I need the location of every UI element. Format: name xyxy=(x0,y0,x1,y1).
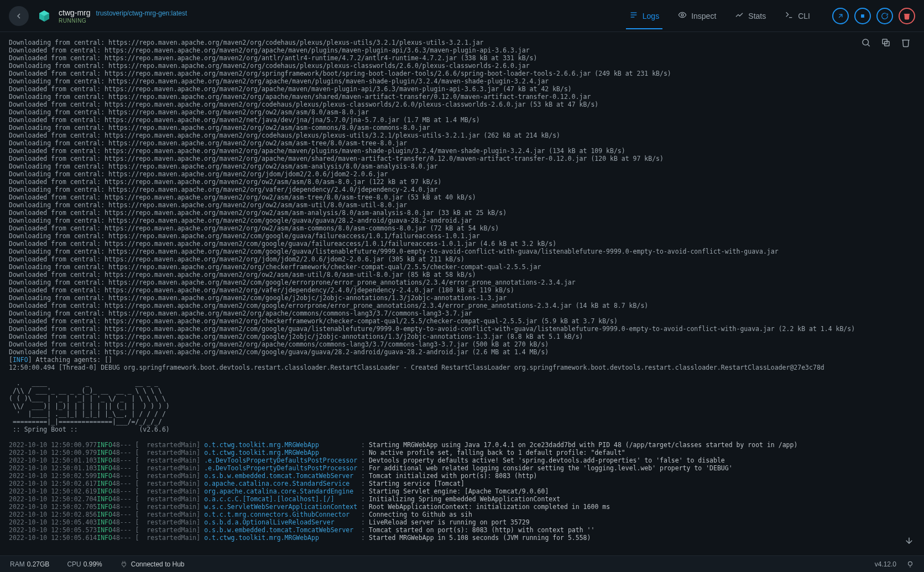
log-line: Downloading from central: https://repo.m… xyxy=(9,217,915,224)
banner-line: ( ( )\___ | '_ | '_| | '_ \/ _` | \ \ \ … xyxy=(9,395,915,402)
log-line: Downloading from central: https://repo.m… xyxy=(9,77,915,85)
cli-icon xyxy=(785,11,794,21)
title-block: ctwg-mrg trustoverip/ctwg-mrg-gen:latest… xyxy=(59,8,187,24)
banner-line: /\\ / ___'_ __ _ _(_)_ __ __ _ \ \ \ \ xyxy=(9,387,915,395)
log-line: Downloaded from central: https://repo.ma… xyxy=(9,46,915,54)
header-bar: ctwg-mrg trustoverip/ctwg-mrg-gen:latest… xyxy=(0,0,924,32)
log-line: 2022-10-10 12:50:02.704 INFO 48 --- [ re… xyxy=(9,495,915,503)
log-line: Downloaded from central: https://repo.ma… xyxy=(9,325,915,333)
hub-status[interactable]: Connected to Hub xyxy=(120,560,185,568)
chevron-left-icon xyxy=(14,12,23,20)
lightbulb-icon[interactable] xyxy=(906,560,914,568)
banner-line: . ____ _ __ _ _ xyxy=(9,379,915,387)
log-line xyxy=(9,371,915,379)
log-line: Downloaded from central: https://repo.ma… xyxy=(9,193,915,201)
log-line: Downloaded from central: https://repo.ma… xyxy=(9,255,915,263)
search-button[interactable] xyxy=(861,38,871,50)
banner-line: =========|_|==============|___/=/_/_/_/ xyxy=(9,418,915,426)
log-line: Downloaded from central: https://repo.ma… xyxy=(9,70,915,77)
log-line xyxy=(9,433,915,441)
log-viewer[interactable]: Downloading from central: https://repo.m… xyxy=(0,32,924,555)
restart-button[interactable] xyxy=(876,8,893,24)
circle-actions xyxy=(832,8,915,24)
tab-cli[interactable]: CLI xyxy=(776,3,819,29)
log-line: Downloaded from central: https://repo.ma… xyxy=(9,333,915,340)
inspect-icon xyxy=(678,11,687,21)
log-line: Downloading from central: https://repo.m… xyxy=(9,279,915,286)
tab-label: Logs xyxy=(643,12,659,20)
log-line: Downloading from central: https://repo.m… xyxy=(9,263,915,271)
log-line: Downloaded from central: https://repo.ma… xyxy=(9,85,915,93)
banner-line: ' |____| .__|_| |_|_| |_\__, | / / / / xyxy=(9,410,915,418)
log-line: Downloaded from central: https://repo.ma… xyxy=(9,317,915,325)
log-line: 2022-10-10 12:50:02.617 INFO 48 --- [ re… xyxy=(9,480,915,487)
log-line: Downloading from central: https://repo.m… xyxy=(9,232,915,240)
container-status: RUNNING xyxy=(59,18,187,24)
banner-line: :: Spring Boot :: (v2.6.6) xyxy=(9,426,915,433)
log-line: 2022-10-10 12:50:01.103 INFO 48 --- [ re… xyxy=(9,456,915,464)
log-line: Downloaded from central: https://repo.ma… xyxy=(9,178,915,186)
scroll-to-bottom-button[interactable] xyxy=(904,536,914,548)
log-line: Downloading from central: https://repo.m… xyxy=(9,248,915,255)
log-line: Downloading from central: https://repo.m… xyxy=(9,39,915,46)
log-line: Downloaded from central: https://repo.ma… xyxy=(9,302,915,309)
log-line: Downloaded from central: https://repo.ma… xyxy=(9,340,915,348)
tab-logs[interactable]: Logs xyxy=(620,3,668,29)
log-line: Downloaded from central: https://repo.ma… xyxy=(9,116,915,124)
open-browser-button[interactable] xyxy=(832,8,849,24)
log-line: 2022-10-10 12:50:02.705 INFO 48 --- [ re… xyxy=(9,503,915,511)
back-button[interactable] xyxy=(9,6,29,26)
tab-stats[interactable]: Stats xyxy=(726,3,775,29)
footer-bar: RAM0.27GB CPU0.99% Connected to Hub v4.1… xyxy=(0,555,924,572)
log-line: 2022-10-10 12:50:05.573 INFO 48 --- [ re… xyxy=(9,526,915,534)
log-line: 2022-10-10 12:50:02.619 INFO 48 --- [ re… xyxy=(9,487,915,495)
log-line: Downloading from central: https://repo.m… xyxy=(9,93,915,101)
log-line: Downloading from central: https://repo.m… xyxy=(9,309,915,317)
svg-point-9 xyxy=(863,39,869,45)
version-label: v4.12.0 xyxy=(875,560,896,568)
container-image[interactable]: trustoverip/ctwg-mrg-gen:latest xyxy=(96,9,187,17)
svg-point-6 xyxy=(681,14,683,16)
log-line: 2022-10-10 12:50:00.977 INFO 48 --- [ re… xyxy=(9,441,915,449)
log-line: 12:50:00.494 [Thread-0] DEBUG org.spring… xyxy=(9,364,915,371)
log-line: Downloading from central: https://repo.m… xyxy=(9,201,915,209)
log-line: Downloaded from central: https://repo.ma… xyxy=(9,132,915,139)
tab-label: Inspect xyxy=(691,12,716,20)
log-line: 2022-10-10 12:50:05.614 INFO 48 --- [ re… xyxy=(9,534,915,542)
container-icon xyxy=(36,8,52,24)
delete-button[interactable] xyxy=(899,8,915,24)
log-line: Downloading from central: https://repo.m… xyxy=(9,62,915,70)
log-line: 2022-10-10 12:50:02.599 INFO 48 --- [ re… xyxy=(9,472,915,480)
log-line: Downloading from central: https://repo.m… xyxy=(9,124,915,132)
log-line: [INFO] Attaching agents: [] xyxy=(9,356,915,364)
log-line: Downloaded from central: https://repo.ma… xyxy=(9,101,915,108)
logs-icon xyxy=(629,11,638,21)
log-line: Downloading from central: https://repo.m… xyxy=(9,108,915,116)
ram-usage: RAM0.27GB xyxy=(10,560,49,568)
log-toolbar xyxy=(861,38,911,50)
clear-button[interactable] xyxy=(901,38,911,50)
search-icon xyxy=(861,38,871,48)
tab-label: CLI xyxy=(798,12,810,20)
svg-rect-8 xyxy=(861,14,864,18)
log-line: 2022-10-10 12:50:02.856 INFO 48 --- [ re… xyxy=(9,511,915,518)
log-line: Downloaded from central: https://repo.ma… xyxy=(9,286,915,294)
log-line: Downloaded from central: https://repo.ma… xyxy=(9,209,915,217)
log-line: 2022-10-10 12:50:01.103 INFO 48 --- [ re… xyxy=(9,464,915,472)
stop-button[interactable] xyxy=(854,8,871,24)
copy-button[interactable] xyxy=(881,38,891,50)
log-line: 2022-10-10 12:50:00.979 INFO 48 --- [ re… xyxy=(9,449,915,456)
log-line: Downloaded from central: https://repo.ma… xyxy=(9,271,915,279)
log-line: Downloading from central: https://repo.m… xyxy=(9,170,915,178)
trash-icon xyxy=(901,38,911,48)
banner-line: \\/ ___)| |_)| | | | | || (_| | ) ) ) ) xyxy=(9,402,915,410)
log-line: Downloaded from central: https://repo.ma… xyxy=(9,54,915,62)
plug-icon xyxy=(120,560,128,568)
tab-inspect[interactable]: Inspect xyxy=(669,3,725,29)
cpu-usage: CPU0.99% xyxy=(67,560,102,568)
log-line: Downloading from central: https://repo.m… xyxy=(9,186,915,193)
log-line: Downloaded from central: https://repo.ma… xyxy=(9,155,915,162)
svg-point-14 xyxy=(909,561,912,565)
arrow-down-icon xyxy=(904,536,914,545)
log-line: Downloading from central: https://repo.m… xyxy=(9,139,915,147)
